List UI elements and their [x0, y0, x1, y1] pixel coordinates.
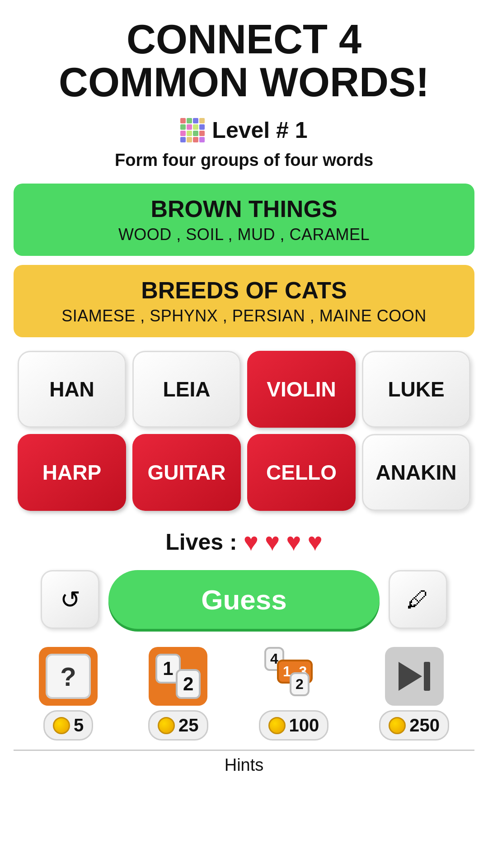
word-tile-leia[interactable]: LEIA: [132, 351, 241, 428]
coin-icon-2: [158, 717, 175, 734]
category-cats-title: BREEDS OF CATS: [27, 277, 461, 304]
shuffle-button[interactable]: ↺: [41, 570, 99, 629]
hints-items: ? 5 1 2 25 4 1 3: [14, 647, 474, 741]
hint-reveal[interactable]: ? 5: [39, 647, 98, 741]
word-tile-harp[interactable]: HARP: [18, 434, 126, 511]
level-number: Level # 1: [212, 117, 307, 143]
word-tile-anakin[interactable]: ANAKIN: [362, 434, 470, 511]
heart-3: ♥: [286, 527, 301, 557]
level-row: Level # 1: [180, 117, 307, 143]
hint-skip-cost: 250: [379, 710, 449, 741]
hints-section: ? 5 1 2 25 4 1 3: [14, 647, 474, 775]
word-grid: HANLEIAVIOLINLUKEHARPGUITARCELLOANAKIN: [18, 351, 470, 511]
coin-icon-1: [53, 717, 70, 734]
coin-icon-3: [268, 717, 286, 734]
word-tile-violin[interactable]: VIOLIN: [247, 351, 356, 428]
word-tile-luke[interactable]: LUKE: [362, 351, 470, 428]
guess-button[interactable]: Guess: [108, 570, 380, 629]
game-title: CONNECT 4 COMMON WORDS!: [59, 18, 429, 104]
word-tile-han[interactable]: HAN: [18, 351, 126, 428]
hint-multi-cost: 100: [259, 710, 329, 741]
level-icon: [180, 118, 205, 142]
lives-row: Lives : ♥ ♥ ♥ ♥: [165, 527, 322, 557]
hint-shuffle-cost: 25: [148, 710, 208, 741]
heart-4: ♥: [307, 527, 322, 557]
lives-label: Lives :: [165, 529, 237, 555]
guess-label: Guess: [201, 584, 287, 615]
category-brown-words: WOOD , SOIL , MUD , CARAMEL: [27, 225, 461, 244]
hint-skip[interactable]: 250: [379, 647, 449, 741]
erase-button[interactable]: 🖊: [389, 570, 447, 629]
category-brown-title: BROWN THINGS: [27, 195, 461, 222]
controls-row: ↺ Guess 🖊: [41, 570, 447, 629]
hint-reveal-cost: 5: [43, 710, 93, 741]
word-tile-cello[interactable]: CELLO: [247, 434, 356, 511]
shuffle-icon: ↺: [60, 585, 80, 614]
erase-icon: 🖊: [407, 586, 429, 613]
hint-shuffle-nums[interactable]: 1 2 25: [148, 647, 208, 741]
divider: [14, 750, 474, 751]
heart-1: ♥: [244, 527, 258, 557]
subtitle: Form four groups of four words: [115, 151, 373, 170]
hint-multi[interactable]: 4 1 3 2 100: [259, 647, 329, 741]
category-brown: BROWN THINGS WOOD , SOIL , MUD , CARAMEL: [14, 184, 474, 256]
hints-label: Hints: [225, 755, 264, 775]
category-cats-words: SIAMESE , SPHYNX , PERSIAN , MAINE COON: [27, 307, 461, 326]
category-cats: BREEDS OF CATS SIAMESE , SPHYNX , PERSIA…: [14, 265, 474, 337]
coin-icon-4: [389, 717, 406, 734]
heart-2: ♥: [265, 527, 280, 557]
word-tile-guitar[interactable]: GUITAR: [132, 434, 241, 511]
